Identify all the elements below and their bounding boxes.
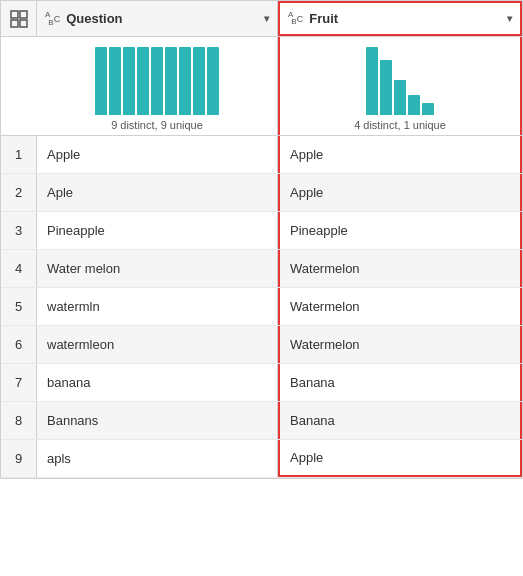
q-bar-3 bbox=[123, 47, 135, 115]
fruit-bars bbox=[366, 45, 434, 115]
row-number: 9 bbox=[1, 440, 37, 477]
table-row: 8 Bannans Banana bbox=[1, 402, 522, 440]
table-row: 6 watermleon Watermelon bbox=[1, 326, 522, 364]
data-rows: 1 Apple Apple 2 Aple Apple 3 Pineapple P… bbox=[1, 136, 522, 478]
q-bar-7 bbox=[179, 47, 191, 115]
f-bar-1 bbox=[366, 47, 378, 115]
table-row: 2 Aple Apple bbox=[1, 174, 522, 212]
q-bar-2 bbox=[109, 47, 121, 115]
q-bar-5 bbox=[151, 47, 163, 115]
fruit-cell: Apple bbox=[278, 174, 522, 211]
q-bar-8 bbox=[193, 47, 205, 115]
fruit-cell: Watermelon bbox=[278, 250, 522, 287]
svg-rect-3 bbox=[20, 20, 27, 27]
q-bar-4 bbox=[137, 47, 149, 115]
row-number: 3 bbox=[1, 212, 37, 249]
fruit-cell: Apple bbox=[278, 136, 522, 173]
row-number: 8 bbox=[1, 402, 37, 439]
table-row: 1 Apple Apple bbox=[1, 136, 522, 174]
fruit-column-label: Fruit bbox=[309, 11, 338, 26]
fruit-hist-label: 4 distinct, 1 unique bbox=[354, 119, 446, 131]
svg-rect-0 bbox=[11, 11, 18, 18]
table-row: 7 banana Banana bbox=[1, 364, 522, 402]
fruit-column-header[interactable]: ABC Fruit ▾ bbox=[278, 1, 522, 36]
question-cell: Apple bbox=[37, 136, 278, 173]
header-row: ABC Question ▾ ABC Fruit ▾ bbox=[1, 1, 522, 37]
f-bar-3 bbox=[394, 80, 406, 115]
question-dropdown-arrow[interactable]: ▾ bbox=[264, 13, 269, 24]
q-bar-9 bbox=[207, 47, 219, 115]
q-bar-1 bbox=[95, 47, 107, 115]
row-number: 2 bbox=[1, 174, 37, 211]
question-cell: Pineapple bbox=[37, 212, 278, 249]
question-cell: Bannans bbox=[37, 402, 278, 439]
row-number: 6 bbox=[1, 326, 37, 363]
svg-rect-2 bbox=[11, 20, 18, 27]
table-row: 9 apls Apple bbox=[1, 440, 522, 478]
question-column-label: Question bbox=[66, 11, 122, 26]
q-bar-6 bbox=[165, 47, 177, 115]
question-cell: Water melon bbox=[37, 250, 278, 287]
fruit-cell: Banana bbox=[278, 364, 522, 401]
row-number: 7 bbox=[1, 364, 37, 401]
f-bar-2 bbox=[380, 60, 392, 115]
data-table: ABC Question ▾ ABC Fruit ▾ bbox=[0, 0, 523, 479]
row-number: 4 bbox=[1, 250, 37, 287]
question-cell: banana bbox=[37, 364, 278, 401]
table-row: 4 Water melon Watermelon bbox=[1, 250, 522, 288]
fruit-cell: Apple bbox=[278, 440, 522, 477]
table-row: 3 Pineapple Pineapple bbox=[1, 212, 522, 250]
histogram-row: 9 distinct, 9 unique 4 distinct, 1 uniqu… bbox=[1, 37, 522, 136]
question-column-header[interactable]: ABC Question ▾ bbox=[37, 1, 278, 36]
fruit-cell: Watermelon bbox=[278, 288, 522, 325]
row-number-header bbox=[1, 1, 37, 36]
question-cell: watermln bbox=[37, 288, 278, 325]
fruit-cell: Pineapple bbox=[278, 212, 522, 249]
fruit-histogram: 4 distinct, 1 unique bbox=[278, 37, 522, 135]
f-bar-5 bbox=[422, 103, 434, 115]
question-bars bbox=[95, 45, 219, 115]
fruit-cell: Watermelon bbox=[278, 326, 522, 363]
f-bar-4 bbox=[408, 95, 420, 115]
fruit-cell: Banana bbox=[278, 402, 522, 439]
question-cell: Aple bbox=[37, 174, 278, 211]
svg-rect-1 bbox=[20, 11, 27, 18]
question-cell: watermleon bbox=[37, 326, 278, 363]
question-hist-label: 9 distinct, 9 unique bbox=[111, 119, 203, 131]
fruit-type-icon: ABC bbox=[288, 10, 303, 27]
question-histogram: 9 distinct, 9 unique bbox=[37, 37, 278, 135]
question-cell: apls bbox=[37, 440, 278, 477]
table-row: 5 watermln Watermelon bbox=[1, 288, 522, 326]
fruit-dropdown-arrow[interactable]: ▾ bbox=[507, 13, 512, 24]
question-type-icon: ABC bbox=[45, 10, 60, 27]
row-number: 5 bbox=[1, 288, 37, 325]
grid-icon bbox=[10, 10, 28, 28]
row-number: 1 bbox=[1, 136, 37, 173]
